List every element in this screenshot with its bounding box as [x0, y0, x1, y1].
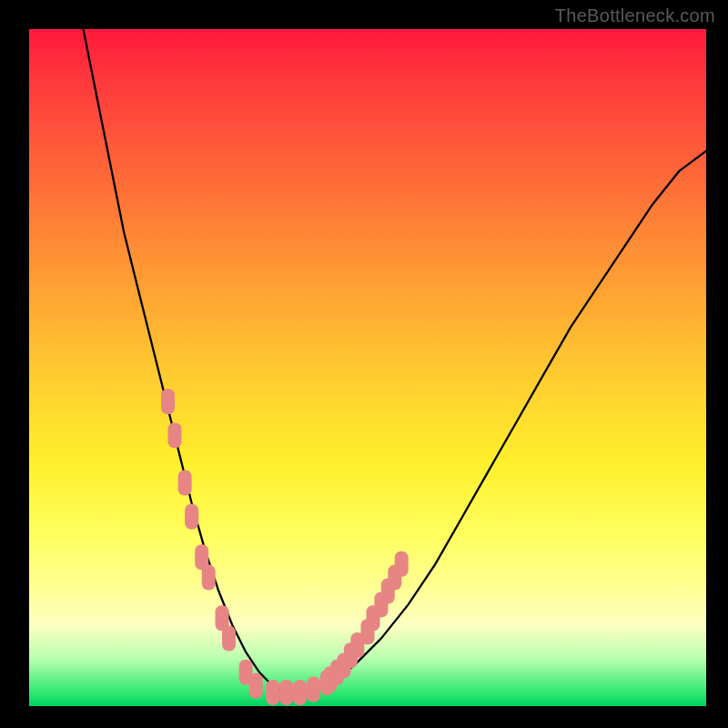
highlight-dot — [279, 680, 293, 705]
highlight-dot — [222, 626, 236, 652]
highlight-dot — [307, 676, 320, 702]
highlight-dot — [161, 389, 175, 414]
highlight-dots — [161, 389, 409, 705]
chart-svg-layer — [29, 29, 706, 706]
highlight-dot — [266, 680, 279, 705]
highlight-dot — [185, 504, 198, 530]
chart-plot-area — [29, 29, 706, 706]
highlight-dot — [249, 673, 263, 699]
highlight-dot — [168, 422, 182, 448]
highlight-dot — [178, 470, 192, 496]
highlight-dot — [395, 551, 409, 577]
highlight-dot — [202, 565, 216, 591]
watermark-text: TheBottleneck.com — [555, 5, 715, 26]
highlight-dot — [293, 680, 307, 705]
